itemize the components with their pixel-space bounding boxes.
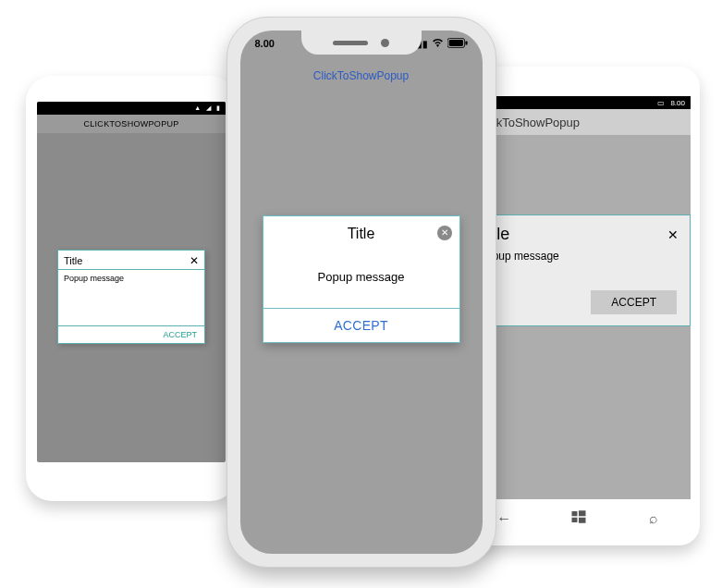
close-icon[interactable]: ✕	[667, 227, 679, 242]
close-icon[interactable]: ✕	[437, 226, 452, 240]
windows-screen: ▮▮▯ ▭ 8.00 ClickToShowPopup Title ✕ Popu…	[467, 96, 691, 499]
battery-icon	[447, 38, 468, 50]
android-app-title: CLICKTOSHOWPOPUP	[83, 119, 178, 129]
windows-icon[interactable]	[569, 508, 588, 529]
android-popup-message: Popup message	[64, 274, 124, 283]
android-screen: CLICKTOSHOWPOPUP Title ✕ Popup message A…	[37, 102, 226, 462]
android-app-bar: CLICKTOSHOWPOPUP	[37, 115, 226, 133]
svg-rect-5	[448, 40, 462, 46]
windows-popup-header: Title ✕	[468, 215, 690, 250]
accept-button[interactable]: ACCEPT	[163, 330, 197, 339]
close-icon[interactable]: ✕	[190, 254, 199, 267]
android-device-frame: CLICKTOSHOWPOPUP Title ✕ Popup message A…	[26, 76, 237, 501]
iphone-popup-header: Title ✕	[263, 216, 459, 250]
android-popup-body: Popup message	[58, 270, 204, 325]
iphone-popup: Title ✕ Popup message ACCEPT	[263, 215, 460, 343]
wifi-icon	[432, 38, 444, 49]
iphone-popup-message: Popup message	[318, 270, 405, 284]
accept-button[interactable]: ACCEPT	[334, 318, 388, 333]
svg-rect-6	[465, 41, 467, 44]
windows-app-bar: ClickToShowPopup	[467, 109, 691, 135]
android-popup-footer: ACCEPT	[58, 325, 204, 343]
windows-popup-footer: ACCEPT	[468, 281, 690, 325]
windows-popup-body: Popup message	[468, 250, 690, 281]
svg-rect-3	[579, 518, 586, 523]
back-icon[interactable]: ←	[495, 510, 513, 527]
svg-rect-2	[571, 518, 577, 522]
iphone-popup-title: Title	[348, 226, 375, 242]
iphone-nav-title: ClickToShowPopup	[240, 69, 483, 82]
iphone-status-time: 8.00	[255, 38, 275, 49]
android-popup-title: Title	[64, 255, 82, 266]
windows-status-bar: ▮▮▯ ▭ 8.00	[467, 96, 691, 109]
svg-rect-1	[579, 510, 586, 516]
iphone-device-frame: 8.00 ▮▮▮▮ ClickToShowPopup Title ✕	[226, 17, 496, 568]
search-icon[interactable]: ⌕	[644, 510, 663, 527]
iphone-popup-footer: ACCEPT	[263, 308, 459, 342]
android-popup-header: Title ✕	[58, 251, 204, 270]
iphone-popup-body: Popup message	[263, 250, 459, 308]
windows-popup: Title ✕ Popup message ACCEPT	[467, 214, 691, 326]
windows-nav-bar: ← ⌕	[467, 503, 691, 534]
accept-button[interactable]: ACCEPT	[591, 290, 677, 314]
iphone-screen: 8.00 ▮▮▮▮ ClickToShowPopup Title ✕	[240, 31, 483, 554]
iphone-notch	[301, 31, 422, 55]
windows-status-time: 8.00	[670, 99, 685, 107]
battery-icon: ▭	[657, 99, 665, 107]
android-popup: Title ✕ Popup message ACCEPT	[57, 250, 205, 344]
svg-rect-0	[571, 511, 577, 516]
android-status-bar	[37, 102, 226, 115]
accept-button-label: ACCEPT	[611, 296, 656, 309]
